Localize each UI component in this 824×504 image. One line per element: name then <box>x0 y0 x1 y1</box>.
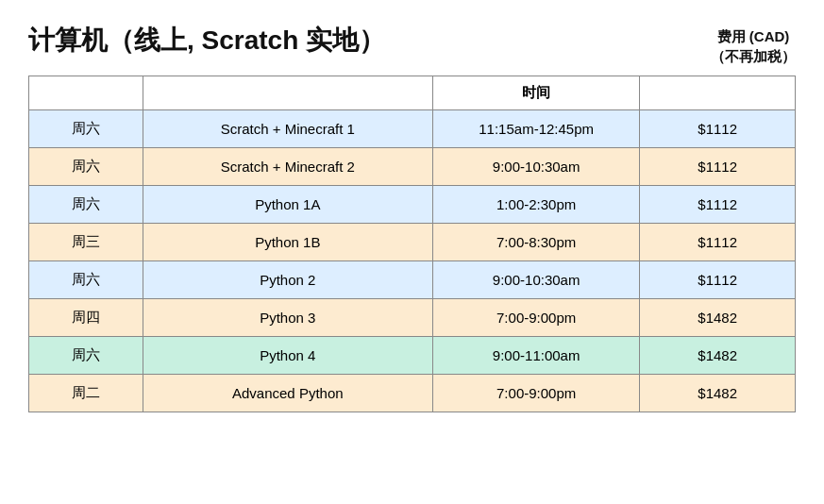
header-section: 计算机（线上, Scratch 实地） 费用 (CAD) （不再加税） <box>28 23 796 66</box>
cost-header: 费用 (CAD) （不再加税） <box>711 23 796 66</box>
header-course <box>143 76 432 110</box>
cell-day: 周六 <box>29 337 143 375</box>
cell-cost: $1482 <box>640 375 796 412</box>
cell-day: 周二 <box>29 375 143 412</box>
cell-cost: $1112 <box>640 110 796 148</box>
header-day <box>29 76 143 110</box>
table-row: 周六Scratch + Minecraft 111:15am-12:45pm$1… <box>29 110 796 148</box>
schedule-table: 时间 周六Scratch + Minecraft 111:15am-12:45p… <box>28 76 796 412</box>
table-body: 周六Scratch + Minecraft 111:15am-12:45pm$1… <box>29 110 796 412</box>
cell-cost: $1482 <box>640 299 796 337</box>
cell-course: Python 4 <box>143 337 432 375</box>
cell-day: 周三 <box>29 224 143 261</box>
cell-course: Scratch + Minecraft 1 <box>143 110 432 148</box>
cell-day: 周六 <box>29 110 143 148</box>
table-header-row: 时间 <box>29 76 796 110</box>
cell-course: Python 1B <box>143 224 432 261</box>
cell-time: 7:00-9:00pm <box>432 299 639 337</box>
cell-cost: $1112 <box>640 148 796 186</box>
cell-course: Advanced Python <box>143 375 432 412</box>
cell-cost: $1482 <box>640 337 796 375</box>
table-row: 周二Advanced Python7:00-9:00pm$1482 <box>29 375 796 412</box>
cell-time: 1:00-2:30pm <box>432 186 639 224</box>
cell-time: 9:00-10:30am <box>432 261 639 299</box>
cell-cost: $1112 <box>640 224 796 261</box>
page-title: 计算机（线上, Scratch 实地） <box>28 23 385 59</box>
cell-course: Python 2 <box>143 261 432 299</box>
table-row: 周六Python 1A1:00-2:30pm$1112 <box>29 186 796 224</box>
table-row: 周六Python 29:00-10:30am$1112 <box>29 261 796 299</box>
table-row: 周三Python 1B7:00-8:30pm$1112 <box>29 224 796 261</box>
cell-day: 周四 <box>29 299 143 337</box>
cell-day: 周六 <box>29 148 143 186</box>
cell-day: 周六 <box>29 261 143 299</box>
cell-time: 9:00-11:00am <box>432 337 639 375</box>
cell-time: 7:00-9:00pm <box>432 375 639 412</box>
cell-time: 11:15am-12:45pm <box>432 110 639 148</box>
cell-course: Python 1A <box>143 186 432 224</box>
table-row: 周四Python 37:00-9:00pm$1482 <box>29 299 796 337</box>
cell-cost: $1112 <box>640 186 796 224</box>
cell-day: 周六 <box>29 186 143 224</box>
cell-course: Python 3 <box>143 299 432 337</box>
table-row: 周六Scratch + Minecraft 29:00-10:30am$1112 <box>29 148 796 186</box>
cell-course: Scratch + Minecraft 2 <box>143 148 432 186</box>
header-cost <box>640 76 796 110</box>
table-container: 时间 周六Scratch + Minecraft 111:15am-12:45p… <box>28 76 796 412</box>
cell-cost: $1112 <box>640 261 796 299</box>
table-row: 周六Python 49:00-11:00am$1482 <box>29 337 796 375</box>
header-time: 时间 <box>432 76 639 110</box>
cell-time: 9:00-10:30am <box>432 148 639 186</box>
cell-time: 7:00-8:30pm <box>432 224 639 261</box>
